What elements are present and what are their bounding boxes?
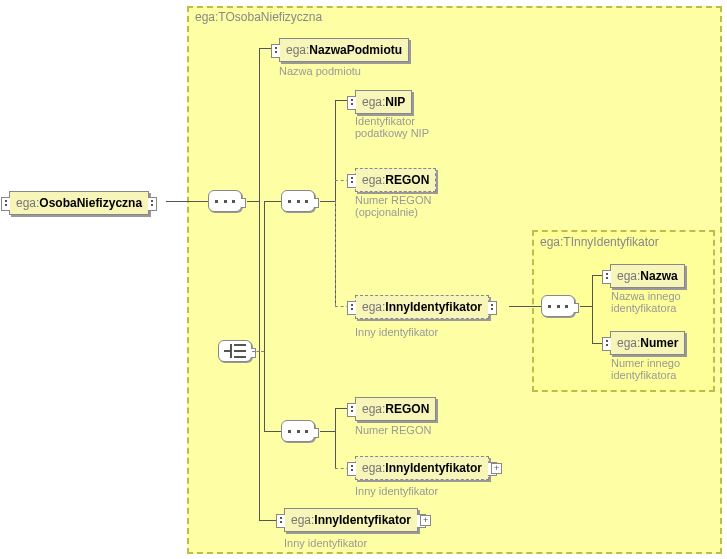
- connector: [264, 201, 281, 202]
- dashed-connector: [252, 351, 264, 352]
- node-name: REGON: [385, 402, 429, 416]
- node-prefix: ega:: [617, 269, 640, 283]
- node-innyidentyfikator-3[interactable]: ega:InnyIdentyfikator +: [284, 508, 418, 532]
- caption-regon-optional: Numer REGON (opcjonalnie): [355, 194, 445, 218]
- attr-handle-icon: [276, 514, 285, 528]
- node-name: NIP: [385, 95, 405, 109]
- connector: [509, 306, 541, 307]
- sequence-icon: [288, 430, 308, 433]
- node-osobaniefizyczna[interactable]: ega:OsobaNiefizyczna: [9, 191, 149, 215]
- diagram-canvas: ega:TOsobaNiefizyczna ega:TInnyIdentyfik…: [0, 0, 727, 559]
- node-innyidentyfikator-1[interactable]: ega:InnyIdentyfikator: [355, 295, 489, 319]
- node-nazwa[interactable]: ega:Nazwa: [610, 264, 685, 288]
- node-prefix: ega:: [291, 513, 314, 527]
- node-regon[interactable]: ega:REGON: [355, 397, 436, 421]
- node-name: Numer: [640, 336, 678, 350]
- group-title-tosobaniefizyczna: ega:TOsobaNiefizyczna: [195, 10, 322, 24]
- node-nip[interactable]: ega:NIP: [355, 90, 412, 114]
- node-innyidentyfikator-2[interactable]: ega:InnyIdentyfikator +: [355, 456, 489, 480]
- node-prefix: ega:: [362, 300, 385, 314]
- attr-handle-icon: [347, 403, 356, 417]
- attr-handle-icon: [347, 174, 356, 188]
- node-prefix: ega:: [286, 43, 309, 57]
- sequence-icon: [288, 200, 308, 203]
- caption-nip: Identyfikator podatkowy NIP: [355, 115, 445, 139]
- seq-compositor[interactable]: [281, 420, 315, 442]
- attr-handle-icon: [602, 337, 611, 351]
- connector: [247, 201, 259, 202]
- attr-handle-icon: [347, 462, 356, 476]
- node-prefix: ega:: [362, 173, 385, 187]
- connector: [335, 408, 336, 468]
- node-name: InnyIdentyfikator: [314, 513, 411, 527]
- node-name: InnyIdentyfikator: [385, 461, 482, 475]
- caption-nazwapodmiotu: Nazwa podmiotu: [279, 65, 361, 77]
- connector: [264, 201, 265, 431]
- expand-icon[interactable]: +: [420, 515, 431, 526]
- node-name: Nazwa: [640, 269, 677, 283]
- attr-handle-icon: [271, 44, 280, 58]
- node-name: OsobaNiefizyczna: [39, 196, 142, 210]
- seq-compositor[interactable]: [541, 295, 575, 317]
- choice-compositor[interactable]: [218, 340, 252, 362]
- node-name: InnyIdentyfikator: [385, 300, 482, 314]
- node-prefix: ega:: [362, 461, 385, 475]
- node-numer[interactable]: ega:Numer: [610, 331, 685, 355]
- attr-handle-icon: [148, 197, 157, 211]
- caption-numer: Numer innego identyfikatora: [611, 357, 701, 381]
- caption-regon: Numer REGON: [355, 424, 431, 436]
- node-regon-optional[interactable]: ega:REGON: [355, 168, 436, 192]
- node-prefix: ega:: [617, 336, 640, 350]
- node-prefix: ega:: [16, 196, 39, 210]
- dashed-connector-v: [335, 201, 336, 306]
- choice-icon: [224, 344, 246, 358]
- node-nazwapodmiotu[interactable]: ega:NazwaPodmiotu: [279, 38, 409, 62]
- seq-compositor[interactable]: [281, 190, 315, 212]
- caption-nazwa: Nazwa innego identyfikatora: [611, 290, 701, 314]
- attr-handle-icon: [1, 197, 10, 211]
- connector: [264, 431, 281, 432]
- attr-handle-icon: [347, 96, 356, 110]
- connector: [166, 201, 208, 202]
- expand-icon[interactable]: +: [491, 463, 502, 474]
- node-prefix: ega:: [362, 402, 385, 416]
- group-title-tinnyidentyfikator: ega:TInnyIdentyfikator: [540, 235, 659, 249]
- caption-innyidentyfikator-3: Inny identyfikator: [284, 537, 367, 549]
- connector: [580, 306, 592, 307]
- sequence-icon: [215, 200, 235, 203]
- caption-innyidentyfikator-1: Inny identyfikator: [355, 326, 438, 338]
- connector: [592, 275, 593, 343]
- caption-innyidentyfikator-2: Inny identyfikator: [355, 485, 438, 497]
- attr-handle-icon: [347, 301, 356, 315]
- attr-handle-icon: [488, 301, 497, 315]
- connector: [320, 201, 335, 202]
- attr-handle-icon: [602, 270, 611, 284]
- seq-compositor[interactable]: [208, 190, 242, 212]
- sequence-icon: [548, 305, 568, 308]
- connector: [320, 431, 335, 432]
- connector: [259, 48, 260, 521]
- node-name: REGON: [385, 173, 429, 187]
- node-name: NazwaPodmiotu: [309, 43, 402, 57]
- node-prefix: ega:: [362, 95, 385, 109]
